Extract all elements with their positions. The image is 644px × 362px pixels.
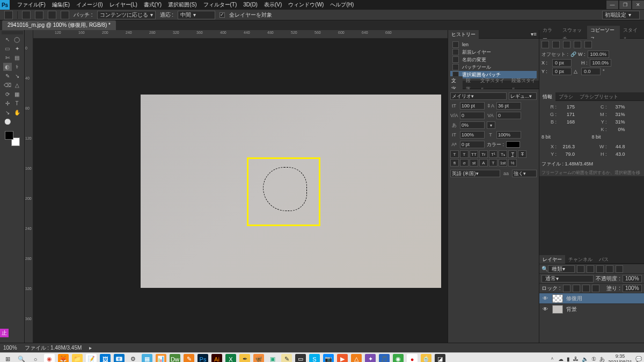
tool-button[interactable]: ▦ — [13, 90, 21, 98]
taskbar-app-icon[interactable]: Ps — [197, 354, 208, 363]
taskbar-app-icon[interactable]: ● — [407, 354, 418, 363]
menu-item[interactable]: ファイル(F) — [14, 0, 49, 10]
tool-button[interactable]: ✎ — [3, 72, 12, 80]
menu-item[interactable]: ウィンドウ(W) — [285, 0, 327, 10]
tool-button[interactable]: ✄ — [3, 54, 12, 62]
document-tab[interactable]: 2941016_m.jpg @ 100% (修復用, RGB/8) * — [2, 20, 116, 30]
tab-layers[interactable]: チャンネル — [565, 255, 596, 264]
scale-v-field[interactable]: 100% — [460, 131, 485, 139]
scale-h-field[interactable]: 0% — [460, 121, 485, 129]
workspace-select[interactable]: 初期設定▾ — [602, 11, 640, 19]
visibility-icon[interactable]: 👁 — [541, 306, 549, 313]
clone-src-2-icon[interactable] — [552, 41, 560, 48]
tab-layers[interactable]: レイヤー — [539, 255, 565, 264]
panel-menu-icon[interactable]: ▾≡ — [529, 31, 539, 37]
lock-paint-icon[interactable] — [573, 285, 580, 292]
height-field[interactable]: 100.0% — [590, 59, 612, 67]
taskbar-app-icon[interactable]: ✦ — [365, 354, 376, 363]
layer-item[interactable]: 👁背景 — [539, 303, 644, 314]
taskbar-app-icon[interactable]: 📧 — [114, 354, 125, 363]
tray-notification-icon[interactable]: 💬 — [635, 356, 642, 362]
char-style-button[interactable]: T̲ — [508, 150, 517, 158]
char-style-button[interactable]: T — [450, 150, 459, 158]
char-style-button[interactable]: T̶ — [518, 150, 526, 158]
baseline-field[interactable]: 0 pt — [460, 141, 485, 148]
maximize-button[interactable]: ❐ — [619, 1, 631, 9]
tool-button[interactable]: ◯ — [13, 35, 21, 44]
minimize-button[interactable]: — — [606, 1, 618, 9]
taskbar-app-icon[interactable]: ▣ — [267, 354, 278, 363]
taskbar-app-icon[interactable]: △ — [351, 354, 362, 363]
history-item[interactable]: 新規レイヤー — [450, 48, 537, 56]
tray-network-icon[interactable]: 🖧 — [573, 356, 579, 362]
quickmask-icon[interactable]: 止 — [0, 329, 9, 337]
taskbar-app-icon[interactable]: ◪ — [435, 354, 445, 363]
zoom-level[interactable]: 100% — [3, 345, 17, 351]
ot-feature-button[interactable]: σ — [460, 159, 469, 166]
fill-field[interactable]: 100% — [623, 285, 642, 292]
clone-src-3-icon[interactable] — [563, 41, 570, 48]
taskbar-app-icon[interactable]: ▭ — [295, 354, 306, 363]
taskbar-app-icon[interactable]: ✎ — [184, 354, 194, 363]
filter-pixel-icon[interactable] — [577, 265, 584, 273]
tool-button[interactable]: ▤ — [13, 54, 21, 62]
taskbar-app-icon[interactable]: ✒ — [239, 354, 250, 363]
font-family-select[interactable]: メイリオ ▾ — [450, 92, 507, 100]
ot-feature-button[interactable]: fi — [450, 159, 459, 166]
link-icon[interactable]: 🔗 — [570, 52, 576, 57]
menu-item[interactable]: レイヤー(L) — [106, 0, 141, 10]
patch-mode-sub-icon[interactable] — [48, 11, 56, 19]
taskbar-app-icon[interactable]: S — [309, 354, 320, 363]
layer-filter-select[interactable]: 種類 ▾ — [548, 265, 575, 273]
taskbar-app-icon[interactable]: 🔍 — [16, 354, 27, 363]
foreground-swatch[interactable] — [5, 131, 13, 140]
tool-button[interactable]: ✢ — [3, 99, 12, 107]
taskbar-app-icon[interactable]: 📊 — [156, 354, 166, 363]
tool-button[interactable]: ✋ — [13, 108, 21, 117]
layer-name[interactable]: 背景 — [566, 306, 577, 313]
tab-info[interactable]: ブラシプリセット — [576, 92, 621, 101]
patch-mode-add-icon[interactable] — [35, 11, 43, 19]
tray-battery-icon[interactable]: ▮ — [567, 356, 570, 362]
tool-button[interactable]: ✦ — [13, 45, 21, 53]
lock-all-icon[interactable] — [592, 285, 599, 292]
tab-info[interactable]: ブラシ — [555, 92, 576, 101]
tool-button[interactable]: ⟳ — [3, 90, 12, 98]
taskbar-app-icon[interactable]: 🖼 — [100, 354, 111, 363]
patch-mode-int-icon[interactable] — [61, 11, 69, 19]
ot-feature-button[interactable]: T — [489, 159, 497, 166]
tool-button[interactable]: ↘ — [13, 72, 21, 80]
ot-feature-button[interactable]: ½ — [508, 159, 517, 166]
language-select[interactable]: 英語 (米国) ▾ — [450, 170, 500, 177]
color-swatch[interactable] — [5, 131, 20, 146]
visibility-icon[interactable]: 👁 — [541, 295, 549, 302]
menu-item[interactable]: 選択範囲(S) — [165, 0, 200, 10]
clone-src-4-icon[interactable] — [574, 41, 581, 48]
patch-mode-new-icon[interactable] — [22, 11, 31, 19]
taskbar-app-icon[interactable]: Ai — [211, 354, 222, 363]
taskbar-app-icon[interactable]: ▶ — [337, 354, 348, 363]
blend-mode-select[interactable]: 通常 ▾ — [541, 275, 594, 283]
scale-h-toggle[interactable]: ▾ — [487, 121, 495, 129]
tab-info[interactable]: 情報 — [539, 92, 555, 101]
width-field[interactable]: 100.0% — [588, 50, 610, 58]
taskbar-app-icon[interactable]: 📷 — [323, 354, 334, 363]
layer-item[interactable]: 👁修復用 — [539, 293, 644, 303]
tray-ime1-icon[interactable]: ① — [591, 356, 596, 362]
layer-name[interactable]: 修復用 — [566, 295, 582, 302]
toolbox-handle[interactable] — [2, 31, 23, 34]
char-style-button[interactable]: TT — [470, 150, 478, 158]
ot-feature-button[interactable]: 1st — [499, 159, 507, 166]
text-color-swatch[interactable] — [506, 141, 520, 148]
filter-smart-icon[interactable] — [616, 265, 623, 273]
all-layers-checkbox[interactable] — [219, 12, 225, 18]
ot-feature-button[interactable]: st — [470, 159, 478, 166]
history-item[interactable]: 名前の変更 — [450, 56, 537, 63]
document-canvas[interactable] — [141, 95, 441, 288]
tool-button[interactable]: △ — [13, 81, 21, 89]
taskbar-app-icon[interactable]: X — [225, 354, 236, 363]
menu-item[interactable]: ヘルプ(H) — [327, 0, 357, 10]
angle-field[interactable]: 0.0 — [581, 68, 601, 75]
tool-button[interactable]: ↖ — [3, 35, 12, 44]
tracking-field[interactable]: 0 — [496, 112, 521, 119]
